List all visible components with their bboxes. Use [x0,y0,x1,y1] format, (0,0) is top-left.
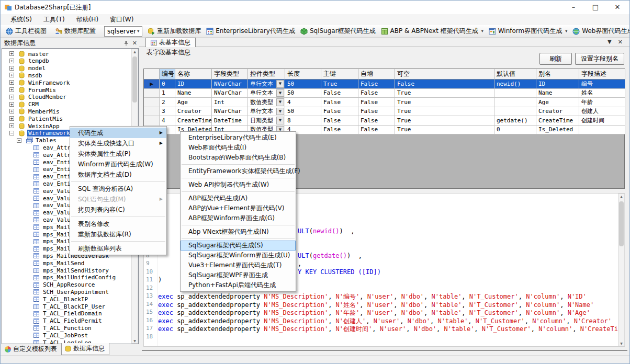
tree-item-T_ACL_JobPost[interactable]: T_ACL_JobPost [2,332,138,339]
grid-cell[interactable]: 姓名 [579,89,625,98]
grid-cell[interactable]: True [395,89,494,98]
grid-cell[interactable]: True [395,116,494,126]
chevron-down-icon[interactable]: ▼ [608,39,612,46]
grid-cell[interactable]: ID [536,79,579,89]
chevron-down-icon[interactable]: ▾ [565,29,567,33]
grid-cell[interactable]: NVarChar [212,89,248,98]
expand-icon[interactable]: + [9,109,14,113]
grid-cell[interactable]: True [395,107,494,117]
grid-cell[interactable]: 4 [160,116,175,126]
grid-cell[interactable]: Creator [536,107,579,117]
grid-cell[interactable]: CreateTime [536,116,579,126]
menu-系统(S)[interactable]: 系统(S) [5,15,38,24]
grid-cell[interactable]: True [395,98,494,107]
grid-header-编号[interactable]: 编号 [160,69,175,79]
expand-icon[interactable]: + [9,80,14,85]
grid-cell[interactable]: 3 [160,107,175,117]
row-selector[interactable] [144,98,160,107]
grid-cell[interactable]: ID [175,79,212,89]
grid-cell[interactable]: 2 [160,98,175,107]
grid-header-可空[interactable]: 可空 [395,69,494,79]
expand-icon[interactable]: + [9,51,14,56]
close-button[interactable]: ✕ [606,1,628,14]
sql-scrollbar[interactable]: ▲ ▼ [618,194,625,346]
expand-icon[interactable]: + [9,102,14,107]
grid-header-字段类型[interactable]: 字段类型 [212,69,248,79]
menu-item-代码生成[interactable]: 代码生成▶ [70,128,166,138]
control-type-dropdown[interactable]: ▼ [276,108,284,116]
tree-item-mps_MailSend[interactable]: mps_MailSend [2,259,138,267]
grid-header-长度[interactable]: 长度 [285,69,321,79]
menu-item-Bootstrap的Web界面代码生成(B)[interactable]: Bootstrap的Web界面代码生成(B) [181,153,296,163]
menu-窗口(W)[interactable]: 窗口(W) [104,15,139,24]
menu-item-实体类属性生成(P)[interactable]: 实体类属性生成(P) [70,149,166,159]
menu-工具(T)[interactable]: 工具(T) [38,15,71,24]
expand-icon[interactable]: + [9,66,14,71]
grid-cell[interactable]: NVarChar [212,79,248,89]
toolbar-button-重新加载数据库[interactable]: 重新加载数据库 [145,26,204,36]
menu-item-Web界面代码生成(I)[interactable]: Web界面代码生成(I) [181,143,296,153]
control-type-dropdown[interactable]: ▼ [276,89,284,97]
grid-cell[interactable]: False [358,116,395,126]
menu-item-数据库文档生成(D)[interactable]: 数据库文档生成(D) [70,169,166,180]
grid-cell[interactable]: NVarChar [212,107,248,117]
tree-item-msdb[interactable]: +msdb [2,72,138,79]
tree-item-T_ACL_FieldPermit[interactable]: T_ACL_FieldPermit [2,317,138,325]
tree-item-SCH_UserAppointment[interactable]: SCH_UserAppointment [2,288,138,295]
expand-icon[interactable]: + [9,73,14,77]
grid-cell[interactable]: CreateTime [175,116,212,126]
toolbar-button-ABP & ABPNext 框架代码生成[interactable]: ABP & ABPNext 框架代码生成▾ [378,26,486,36]
grid-cell[interactable]: 8 [285,116,321,126]
set-field-alias-button[interactable]: 设置字段别名 [575,53,624,65]
grid-header-selector[interactable] [144,69,160,79]
grid-cell[interactable]: Name [536,89,579,98]
grid-cell[interactable]: newid() [494,79,536,89]
expand-icon[interactable]: + [9,95,14,99]
tree-item-MemberMis[interactable]: +MemberMis [2,108,138,115]
row-selector[interactable] [144,107,160,117]
menu-item-SqlSugar框架WPF界面生成[interactable]: SqlSugar框架WPF界面生成 [181,270,296,280]
grid-cell[interactable]: False [358,79,395,89]
grid-header-字段描述[interactable]: 字段描述 [579,69,625,79]
grid-cell[interactable]: 单行文本▼ [248,107,285,117]
menu-item-实体类生成快速入口[interactable]: 实体类生成快速入口▶ [70,138,166,149]
collapse-icon[interactable]: − [9,131,14,135]
menu-item-SqlSugar框架Winform界面生成(U)[interactable]: SqlSugar框架Winform界面生成(U) [181,251,296,260]
tree-item-PatientMis[interactable]: +PatientMis [2,115,138,122]
grid-cell[interactable]: False [321,107,358,117]
grid-cell[interactable]: 单行文本▼ [248,89,285,98]
grid-cell[interactable]: False [321,89,358,98]
grid-cell[interactable]: 创建时间 [579,116,625,126]
grid-cell[interactable]: 50 [285,107,321,117]
tree-item-WinFramework[interactable]: +WinFramework [2,79,138,86]
tree-item-T_ACL_BlackIP[interactable]: T_ACL_BlackIP [2,295,138,303]
menu-item-刷新数据库列表[interactable]: 刷新数据库列表 [70,243,166,254]
grid-cell[interactable]: Name [175,89,212,98]
grid-cell[interactable]: False [321,116,358,126]
grid-cell[interactable]: False [321,98,358,107]
tab-table-basic-info[interactable]: 表基本信息 [145,38,196,47]
menu-item-EntityFramework实体框架代码生成(F)[interactable]: EntityFramework实体框架代码生成(F) [181,166,296,176]
toolbar-button-EnterpriseLibrary代码生成[interactable]: EnterpriseLibrary代码生成 [204,26,298,36]
control-type-dropdown[interactable]: ▼ [276,117,284,124]
row-selector[interactable] [144,89,160,98]
refresh-button[interactable]: 刷新 [539,53,572,65]
grid-cell[interactable]: 数值类型▼ [248,98,285,107]
bottom-tab-数据库信息[interactable]: 数据库信息 [61,343,109,355]
toolbar-button-Winform界面代码生成[interactable]: Winform界面代码生成▾ [486,26,570,36]
menu-item-SQL 查询分析器(A)[interactable]: SQL 查询分析器(A) [70,184,166,194]
toolbar-button-工具栏视图[interactable]: 工具栏视图 [3,26,49,36]
grid-cell[interactable]: False [321,126,358,135]
grid-cell[interactable]: True [395,126,494,135]
database-type-combo[interactable]: sqlserver▾ [104,26,142,37]
menu-item-拷贝列表内容(C)[interactable]: 拷贝列表内容(C) [70,204,166,215]
grid-cell[interactable] [494,89,536,98]
grid-cell[interactable] [494,107,536,117]
menu-item-Vue3+Element界面代码生成(T)[interactable]: Vue3+Element界面代码生成(T) [181,260,296,270]
tree-item-CloudMember[interactable]: +CloudMember [2,94,138,101]
collapse-icon[interactable]: − [17,138,21,143]
grid-cell[interactable]: 50 [285,79,321,89]
grid-header-默认值[interactable]: 默认值 [494,69,536,79]
menu-item-Winform界面代码生成(W)[interactable]: Winform界面代码生成(W) [70,159,166,169]
control-type-dropdown[interactable]: ▼ [276,98,284,106]
